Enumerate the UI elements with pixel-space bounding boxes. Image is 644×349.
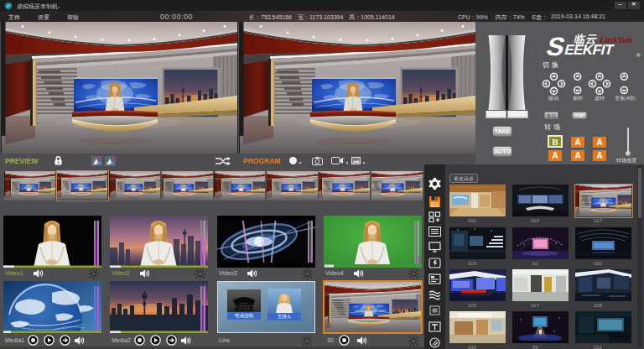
svg-text:EEKFIT: EEKFIT — [563, 42, 615, 59]
svg-text:®: ® — [636, 53, 641, 58]
